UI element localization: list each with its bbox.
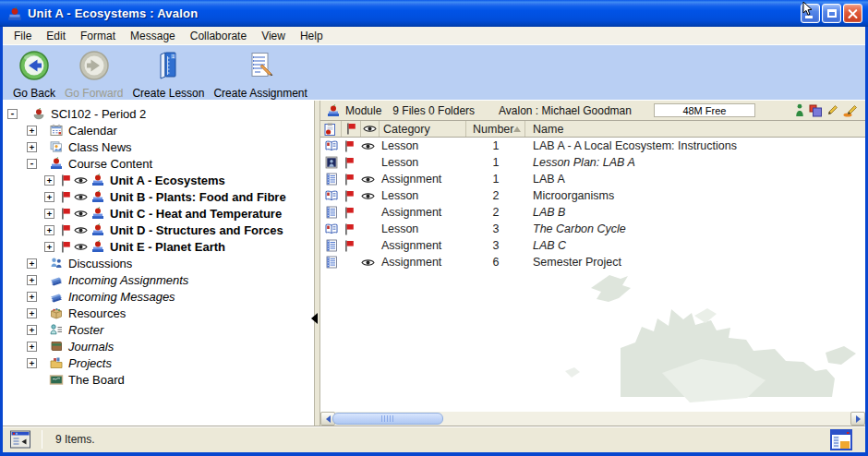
flag-column-header[interactable] [342,121,361,137]
expand-toggle-icon[interactable]: + [27,342,37,352]
collapse-toggle-icon[interactable]: - [7,109,18,119]
expand-toggle-icon[interactable]: + [44,175,54,186]
list-row[interactable]: Assignment 6 Semester Project [320,254,865,270]
create-assignment-label: Create Assignment [213,87,307,100]
server-user-label: Avalon : Michael Goodman [499,104,632,117]
tree-item-calendar[interactable]: + Calendar [3,122,314,138]
number-column-header[interactable]: Number [466,121,525,137]
person-icon[interactable] [795,103,804,117]
item-icon-column-header[interactable] [320,121,342,137]
pencil-icon[interactable] [827,104,838,117]
list-row[interactable]: Lesson 2 Microorganisms [320,187,865,204]
chalkboard-icon [49,372,64,387]
tree-item-discussions[interactable]: + Discussions [3,255,314,271]
maximize-button[interactable] [822,4,841,23]
notepad-icon [324,205,339,220]
title-bar[interactable]: Unit A - Ecosystems : Avalon [0,0,868,27]
free-space-indicator: 48M Free [654,103,755,117]
menu-view[interactable]: View [254,28,293,44]
incoming-stack-icon [49,289,64,304]
tree-item-unit-d[interactable]: + Unit D - Structures and Forces [3,222,314,238]
eye-column-header[interactable] [361,121,380,137]
name-cell: Microorganisms [533,189,614,202]
tree-item-unit-c[interactable]: + Unit C - Heat and Temperature [3,205,314,222]
collapse-toggle-icon[interactable]: - [27,159,37,169]
horizontal-scrollbar[interactable] [320,411,865,426]
menu-collaborate[interactable]: Collaborate [183,28,254,44]
scrollbar-thumb[interactable] [332,413,443,425]
overlapping-windows-icon[interactable] [809,104,823,117]
expand-toggle-icon[interactable]: + [27,308,37,318]
category-cell: Lesson [381,156,466,169]
open-book-icon [324,222,339,236]
split-view-icon[interactable] [10,430,30,449]
close-button[interactable] [843,4,862,23]
expand-toggle-icon[interactable]: + [27,275,37,285]
file-list: Lesson 1 LAB A - A Local Ecosystem: Inst… [320,138,865,411]
tree-item-label: Unit A - Ecosystems [110,174,225,187]
panel-splitter[interactable] [314,101,320,426]
name-cell: LAB B [533,206,565,219]
tree-item-projects[interactable]: + Projects [3,354,314,371]
list-row[interactable]: Assignment 1 LAB A [320,171,865,187]
collapse-panel-icon[interactable] [311,313,318,324]
category-column-header[interactable]: Category [380,121,466,137]
number-cell: 6 [466,256,525,269]
create-assignment-button[interactable]: Create Assignment [209,49,311,101]
tree-item-class-news[interactable]: + Class News [3,138,314,155]
eye-icon [361,175,378,184]
list-row[interactable]: Assignment 2 LAB B [320,204,865,221]
journal-book-icon [49,339,64,354]
expand-toggle-icon[interactable]: + [27,325,37,335]
layout-icon[interactable] [830,429,852,450]
menu-help[interactable]: Help [293,28,331,44]
tree-item-incoming-messages[interactable]: + Incoming Messages [3,288,314,305]
eye-icon [74,176,88,185]
tree-item-unit-b[interactable]: + Unit B - Plants: Food and Fibre [3,188,314,205]
menu-edit[interactable]: Edit [39,28,73,44]
expand-toggle-icon[interactable]: + [27,258,37,269]
expand-toggle-icon[interactable]: + [44,192,54,202]
tree-item-the-board[interactable]: The Board [3,371,314,388]
expand-toggle-icon[interactable]: + [44,209,54,219]
name-column-header[interactable]: Name [525,121,865,137]
tree-item-unit-a[interactable]: + Unit A - Ecosystems [3,172,314,188]
menu-format[interactable]: Format [73,28,123,44]
go-forward-button[interactable]: Go Forward [60,49,127,101]
tree-item-label: Course Content [68,157,152,171]
expand-toggle-icon[interactable]: + [27,126,37,136]
expand-toggle-icon[interactable]: + [27,142,37,152]
chevron-left-icon [326,415,331,423]
go-forward-label: Go Forward [65,87,123,100]
number-cell: 1 [466,139,525,152]
number-cell: 1 [466,156,525,169]
tree-item-course-root[interactable]: - SCI102 - Period 2 [3,105,314,122]
menu-message[interactable]: Message [123,28,183,44]
list-row[interactable]: Assignment 3 LAB C [320,237,865,254]
number-cell: 1 [466,173,525,186]
expand-toggle-icon[interactable]: + [44,242,54,252]
create-lesson-button[interactable]: 1 Create Lesson [127,49,209,101]
flag-icon [344,223,357,235]
tree-item-unit-e[interactable]: + Unit E - Planet Earth [3,238,314,255]
list-row[interactable]: Lesson 1 LAB A - A Local Ecosystem: Inst… [320,138,865,154]
name-cell: LAB A - A Local Ecosystem: Instructions [533,139,737,152]
signature-pencil-icon[interactable] [843,104,858,117]
expand-toggle-icon[interactable]: + [27,358,37,368]
tree-item-roster[interactable]: + Roster [3,321,314,338]
tree-item-incoming-assignments[interactable]: + Incoming Assignments [3,271,314,288]
expand-toggle-icon[interactable]: + [44,225,54,235]
mouse-cursor [802,1,814,20]
status-bar: 9 Items. [3,426,865,452]
menu-file[interactable]: File [6,28,39,44]
go-back-button[interactable]: Go Back [8,49,60,101]
tree-item-course-content[interactable]: - Course Content [3,155,314,172]
expand-toggle-icon[interactable]: + [27,292,37,302]
category-cell: Lesson [381,222,466,235]
list-row[interactable]: Lesson 3 The Carbon Cycle [320,221,865,237]
flag-icon [344,207,357,219]
tree-item-resources[interactable]: + Resources [3,305,314,321]
tree-item-journals[interactable]: + Journals [3,338,314,354]
list-row[interactable]: Lesson 1 Lesson Plan: LAB A [320,154,865,171]
scroll-right-button[interactable] [850,412,865,426]
